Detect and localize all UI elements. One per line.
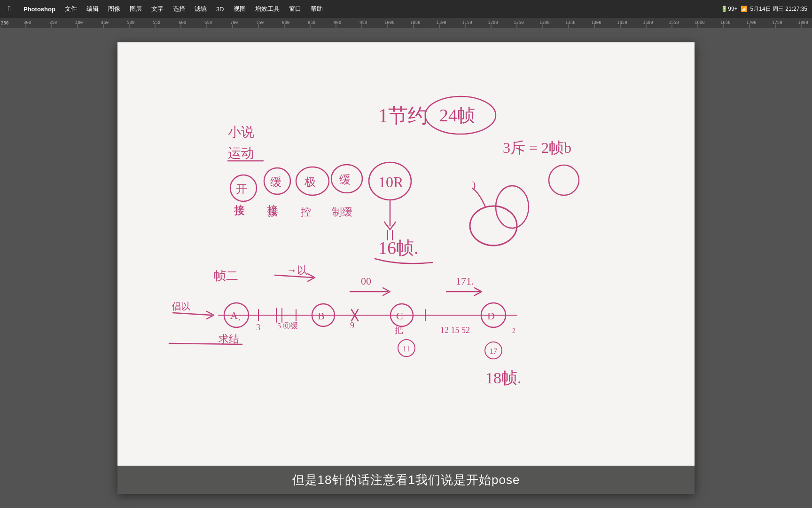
- document-canvas[interactable]: .hw { stroke: #c0407a; stroke-width: 2.5…: [117, 42, 695, 494]
- wifi-icon: 📶: [741, 6, 748, 12]
- menu-layer[interactable]: 图层: [125, 0, 147, 18]
- svg-text:500: 500: [127, 20, 134, 25]
- svg-text:缓: 缓: [339, 174, 351, 186]
- ruler-svg: 250 300 350 400 450 500 550 600 650 700 …: [0, 18, 812, 28]
- svg-text:17: 17: [490, 347, 497, 355]
- svg-text:1400: 1400: [591, 20, 601, 25]
- menu-bar:  Photoshop 文件 编辑 图像 图层 文字 选择 滤镜 3D 视图 增…: [0, 0, 812, 18]
- svg-text:接: 接: [234, 205, 244, 216]
- svg-text:1550: 1550: [669, 20, 679, 25]
- svg-text:开: 开: [236, 183, 247, 195]
- menu-help[interactable]: 帮助: [306, 0, 328, 18]
- svg-text:1100: 1100: [436, 20, 446, 25]
- svg-text:帧二: 帧二: [214, 269, 238, 283]
- svg-text:1150: 1150: [462, 20, 472, 25]
- svg-text:300: 300: [23, 20, 31, 25]
- svg-text:): ): [472, 179, 476, 190]
- svg-text:171.: 171.: [456, 275, 474, 287]
- svg-text:900: 900: [334, 20, 341, 25]
- menu-text[interactable]: 文字: [147, 0, 168, 18]
- svg-text:小说: 小说: [228, 125, 254, 139]
- svg-text:C: C: [396, 310, 403, 322]
- svg-text:A: A: [230, 310, 238, 321]
- svg-text:400: 400: [75, 20, 83, 25]
- menubar-right: 🔋99+ 📶 5月14日 周三 21:27:35: [721, 0, 807, 18]
- svg-point-92: [470, 206, 517, 246]
- svg-text:10R: 10R: [378, 174, 404, 190]
- svg-text:550: 550: [153, 20, 160, 25]
- menu-edit[interactable]: 编辑: [82, 0, 103, 18]
- svg-text:1050: 1050: [410, 20, 421, 25]
- menu-plugins[interactable]: 增效工具: [250, 0, 284, 18]
- menu-3d[interactable]: 3D: [211, 0, 229, 18]
- svg-text:850: 850: [308, 20, 315, 25]
- svg-text:缓: 缓: [270, 176, 281, 188]
- svg-text:3: 3: [256, 323, 260, 332]
- svg-text:运动: 运动: [228, 146, 254, 160]
- svg-text:,: ,: [239, 314, 241, 321]
- menu-file[interactable]: 文件: [60, 0, 82, 18]
- svg-text:制缓: 制缓: [332, 206, 352, 218]
- svg-text:1600: 1600: [695, 20, 705, 25]
- svg-text:→以: →以: [287, 264, 307, 276]
- svg-text:求结: 求结: [219, 333, 239, 345]
- svg-text:1500: 1500: [643, 20, 653, 25]
- svg-text:接: 接: [268, 206, 278, 218]
- svg-text:1700: 1700: [746, 20, 757, 25]
- svg-text:700: 700: [230, 20, 238, 25]
- svg-text:24帧: 24帧: [439, 105, 475, 125]
- svg-text:倡以: 倡以: [171, 301, 190, 311]
- svg-text:1节约: 1节约: [378, 105, 428, 127]
- main-workspace[interactable]: .hw { stroke: #c0407a; stroke-width: 2.5…: [0, 28, 812, 508]
- svg-text:极: 极: [304, 176, 316, 188]
- svg-text:00: 00: [361, 275, 371, 287]
- svg-text:3斥 = 2帧b: 3斥 = 2帧b: [503, 139, 571, 156]
- svg-text:控: 控: [301, 206, 311, 218]
- subtitle-bar: 但是18针的话注意看1我们说是开始pose: [117, 466, 695, 494]
- menu-items: Photoshop 文件 编辑 图像 图层 文字 选择 滤镜 3D 视图 增效工…: [19, 0, 328, 18]
- svg-text:450: 450: [101, 20, 109, 25]
- svg-text:1250: 1250: [514, 20, 524, 25]
- svg-text:600: 600: [179, 20, 186, 25]
- svg-text:800: 800: [282, 20, 289, 25]
- svg-text:950: 950: [359, 20, 367, 25]
- svg-text:350: 350: [49, 20, 57, 25]
- svg-text:9: 9: [350, 321, 354, 330]
- svg-text:把: 把: [395, 325, 403, 335]
- svg-rect-0: [0, 18, 812, 28]
- menu-select[interactable]: 选择: [168, 0, 190, 18]
- drawing-layer: .hw { stroke: #c0407a; stroke-width: 2.5…: [117, 42, 695, 494]
- battery-status: 🔋99+: [721, 6, 737, 12]
- svg-text:1000: 1000: [384, 20, 395, 25]
- svg-text:B: B: [318, 310, 325, 322]
- svg-text:1800: 1800: [798, 20, 808, 25]
- horizontal-ruler: 250 300 350 400 450 500 550 600 650 700 …: [0, 18, 812, 28]
- svg-text:16帧.: 16帧.: [378, 238, 419, 258]
- svg-text:12  15 52: 12 15 52: [440, 325, 470, 335]
- apple-logo-icon[interactable]: : [0, 5, 19, 13]
- menu-filter[interactable]: 滤镜: [190, 0, 211, 18]
- svg-text:250: 250: [1, 21, 8, 25]
- svg-text:5 ⓪缓: 5 ⓪缓: [277, 322, 298, 330]
- svg-text:D: D: [487, 310, 495, 322]
- svg-text:2: 2: [512, 327, 515, 334]
- menu-view[interactable]: 视图: [229, 0, 250, 18]
- menu-image[interactable]: 图像: [103, 0, 125, 18]
- svg-text:1450: 1450: [617, 20, 627, 25]
- svg-text:11: 11: [403, 345, 410, 353]
- menu-photoshop[interactable]: Photoshop: [19, 0, 60, 18]
- svg-text:1750: 1750: [772, 20, 782, 25]
- svg-text:650: 650: [204, 20, 212, 25]
- svg-text:750: 750: [256, 20, 264, 25]
- svg-text:1200: 1200: [488, 20, 498, 25]
- svg-text:1300: 1300: [539, 20, 550, 25]
- clock: 5月14日 周三 21:27:35: [750, 5, 807, 13]
- svg-text:1650: 1650: [720, 20, 731, 25]
- svg-text:18帧.: 18帧.: [485, 369, 522, 387]
- svg-text:1350: 1350: [565, 20, 576, 25]
- svg-point-94: [549, 165, 579, 195]
- subtitle-text: 但是18针的话注意看1我们说是开始pose: [292, 472, 520, 488]
- menu-window[interactable]: 窗口: [284, 0, 306, 18]
